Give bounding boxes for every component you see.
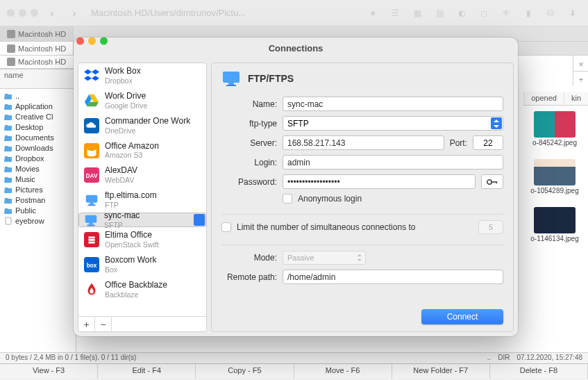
status-bar: 0 bytes / 2,4 MB in 0 / 1 file(s). 0 / 1… [0, 352, 588, 363]
ftptype-label: ftp-type [221, 119, 277, 129]
folder-item[interactable]: Desktop [0, 122, 76, 132]
nav-back[interactable]: ‹ [44, 6, 60, 20]
add-connection-button[interactable]: + [78, 317, 95, 331]
tab-left[interactable]: Macintosh HD [0, 26, 74, 41]
thumbnail[interactable]: o-845242.jpeg [527, 111, 582, 147]
login-input[interactable] [283, 155, 503, 170]
connection-item[interactable]: Office BackblazeBackblaze [78, 277, 206, 302]
connection-item[interactable]: sync-macSFTP [78, 213, 206, 227]
binoc-icon[interactable]: 👁 [498, 7, 514, 19]
dialog-max[interactable] [100, 38, 108, 45]
grid-icon[interactable]: ▦ [409, 7, 426, 19]
folder-item[interactable]: Creative Cl [0, 111, 76, 122]
status-left: 0 bytes / 2,4 MB in 0 / 1 file(s). 0 / 1… [0, 353, 142, 363]
folder-item[interactable]: Music [0, 174, 76, 184]
connection-item[interactable]: DAVAlexDAVWebDAV [78, 163, 206, 188]
folder-item[interactable]: Documents [0, 132, 76, 142]
close-tab-icon[interactable]: × [573, 56, 588, 71]
add-tab-icon[interactable]: + [573, 71, 588, 87]
preview-icon[interactable]: ◻ [476, 7, 492, 19]
pane-tab[interactable]: Macintosh HD [0, 56, 76, 69]
fkey-view[interactable]: View - F3 [0, 364, 98, 379]
disk-icon[interactable]: ⛁ [542, 7, 559, 19]
connection-name: ftp.eltima.com [105, 191, 157, 201]
folder-item[interactable]: Downloads [0, 142, 76, 153]
folder-label: Music [15, 175, 35, 183]
connection-type: Google Drive [105, 101, 147, 110]
status-dir: DIR [498, 354, 510, 363]
nav-fwd[interactable]: › [66, 6, 83, 20]
chevron-updown-icon [357, 254, 362, 261]
connection-item[interactable]: Office AmazonAmazon S3 [78, 138, 206, 163]
fkey-move[interactable]: Move - F6 [294, 364, 392, 379]
star-icon[interactable]: ★ [364, 7, 381, 19]
svg-rect-11 [87, 224, 95, 226]
key-button[interactable] [481, 174, 503, 189]
folder-label: Dropbox [15, 154, 44, 163]
folder-icon [4, 113, 12, 121]
col-name[interactable]: name [0, 69, 76, 83]
connection-name: Boxcom Work [105, 256, 156, 265]
connection-list: Work BoxDropboxWork DriveGoogle DriveCom… [78, 63, 207, 332]
name-label: Name: [221, 99, 277, 109]
port-input[interactable] [473, 135, 503, 150]
folder-item[interactable]: .. [0, 90, 76, 101]
status-dots: .. [487, 354, 492, 363]
folder-label: .. [15, 92, 19, 100]
folder-label: Desktop [15, 123, 43, 131]
folder-item[interactable]: Pictures [0, 184, 76, 195]
remote-label: Remote path: [221, 272, 277, 282]
max-dot[interactable] [31, 9, 38, 17]
connection-item[interactable]: Work DriveGoogle Drive [78, 88, 206, 113]
folder-item[interactable]: Application [0, 101, 76, 111]
connection-type: Dropbox [105, 76, 141, 85]
connect-button[interactable]: Connect [421, 309, 503, 324]
ftptype-select[interactable]: SFTP [283, 116, 503, 131]
folder-item[interactable]: Movies [0, 163, 76, 174]
dialog-min[interactable] [88, 38, 96, 45]
connection-item[interactable]: Work BoxDropbox [78, 63, 206, 88]
folder-item[interactable]: Public [0, 205, 76, 215]
list-icon[interactable]: ☰ [387, 7, 403, 19]
remove-connection-button[interactable]: − [95, 317, 112, 331]
folder-icon [4, 154, 12, 163]
connection-type: Amazon S3 [105, 151, 159, 159]
down-icon[interactable]: ⬇ [564, 7, 581, 19]
fkey-edit[interactable]: Edit - F4 [98, 364, 196, 379]
password-input[interactable] [283, 174, 476, 189]
connection-item[interactable]: boxBoxcom WorkBox [78, 252, 206, 277]
min-dot[interactable] [19, 9, 26, 17]
col-opened[interactable]: opened [523, 92, 564, 105]
folder-item[interactable]: eyebrow [0, 215, 76, 226]
disk-icon [7, 44, 15, 53]
connection-name: Office Backblaze [105, 281, 167, 290]
term-icon[interactable]: ▮ [520, 7, 537, 19]
fkey-delete[interactable]: Delete - F8 [490, 364, 588, 379]
close-dot[interactable] [7, 9, 15, 17]
col-icon[interactable]: ▥ [431, 7, 448, 19]
dropbox-icon [84, 68, 99, 83]
connection-item[interactable]: Eltima OfficeOpenStack Swift [78, 227, 206, 252]
anon-checkbox[interactable] [283, 194, 292, 204]
left-pane: Macintosh HD name ..ApplicationCreative … [0, 56, 76, 352]
thumbnail[interactable]: o-1054289.jpeg [527, 159, 582, 195]
fkey-copy[interactable]: Copy - F5 [196, 364, 294, 379]
folder-label: Documents [15, 133, 54, 142]
limit-checkbox[interactable] [221, 222, 231, 232]
svg-rect-6 [86, 195, 98, 203]
folder-item[interactable]: Postman [0, 195, 76, 205]
thumbnail[interactable]: o-1146134.jpeg [527, 207, 582, 242]
fkey-newfolder[interactable]: New Folder - F7 [392, 364, 490, 379]
tab-left-2[interactable]: Macintosh HD [0, 42, 74, 55]
connection-item[interactable]: ftp.eltima.comFTP [78, 188, 206, 213]
connection-item[interactable]: Commander One WorkOneDrive [78, 113, 206, 138]
server-input[interactable] [283, 135, 444, 150]
folder-item[interactable]: Dropbox [0, 153, 76, 163]
ftp-icon [84, 192, 99, 208]
col-kin[interactable]: kin [564, 92, 588, 105]
dialog-close[interactable] [76, 38, 84, 45]
toggle-icon[interactable]: ◐ [453, 7, 470, 19]
remote-input[interactable] [283, 270, 503, 284]
connection-type: OneDrive [105, 126, 190, 135]
name-input[interactable] [283, 97, 503, 111]
